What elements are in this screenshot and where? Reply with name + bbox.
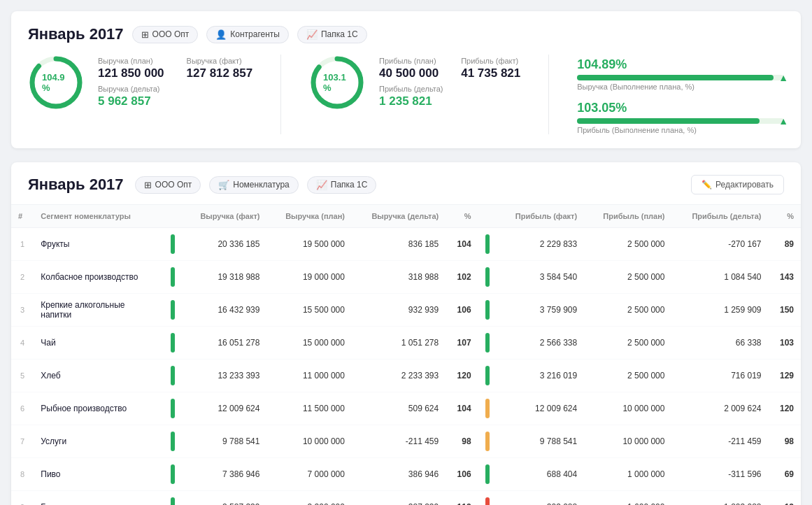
profit-delta-item: Прибыль (дельта) 1 235 821	[379, 85, 520, 108]
row-profit-fact: -203 088	[497, 491, 585, 506]
row-rev-delta: 318 988	[352, 261, 446, 294]
row-name: Бытовая химия	[34, 491, 163, 506]
row-rev-bar	[164, 425, 182, 458]
top-chip-contractors[interactable]: 👤 Контрагенты	[206, 26, 289, 43]
row-rev-pct: 112	[446, 491, 478, 506]
cart-icon: 🛒	[218, 180, 229, 190]
row-profit-fact: 2 229 833	[497, 228, 585, 261]
row-name: Колбасное производство	[34, 261, 163, 294]
row-profit-fact: 3 759 909	[497, 294, 585, 327]
table-body: 1 Фрукты 20 336 185 19 500 000 836 185 1…	[11, 228, 801, 506]
row-profit-pct: 143	[769, 261, 801, 294]
row-profit-bar	[478, 228, 497, 261]
table-row[interactable]: 7 Услуги 9 788 541 10 000 000 -211 459 9…	[11, 425, 801, 458]
row-rev-plan: 11 000 000	[266, 360, 352, 392]
row-rev-fact: 12 009 624	[182, 392, 267, 425]
row-profit-bar	[478, 392, 497, 425]
row-profit-pct: 129	[769, 360, 801, 392]
profit-plan-item: Прибыль (план) 40 500 000	[379, 57, 439, 80]
profit-progress-bar: ▲	[577, 118, 784, 124]
row-profit-delta: -270 167	[671, 228, 768, 261]
profit-progress-label: Прибыль (Выполнение плана, %)	[577, 126, 784, 134]
row-rev-fact: 9 788 541	[182, 425, 267, 458]
row-rev-delta: 932 939	[352, 294, 446, 327]
row-rev-fact: 3 587 339	[182, 491, 267, 506]
row-profit-pct: 150	[769, 294, 801, 327]
revenue-metrics: Выручка (план) 121 850 000 Выручка (факт…	[98, 57, 252, 108]
row-num: 3	[11, 294, 34, 327]
row-num: 5	[11, 360, 34, 392]
table-chip-company[interactable]: ⊞ ООО Опт	[135, 176, 201, 194]
row-rev-delta: -211 459	[352, 425, 446, 458]
row-num: 6	[11, 392, 34, 425]
table-row[interactable]: 4 Чай 16 051 278 15 000 000 1 051 278 10…	[11, 327, 801, 360]
row-name: Пиво	[34, 458, 163, 491]
metrics-row: 104.9 % Выручка (план) 121 850 000 Выруч…	[28, 55, 784, 134]
col-num: #	[11, 205, 34, 228]
row-profit-plan: 2 500 000	[584, 261, 671, 294]
row-num: 4	[11, 327, 34, 360]
col-profit-pct: %	[769, 205, 801, 228]
table-row[interactable]: 3 Крепкие алкогольные напитки 16 432 939…	[11, 294, 801, 327]
segments-table: # Сегмент номенклатуры Выручка (факт) Вы…	[11, 205, 801, 505]
row-rev-bar	[164, 360, 182, 392]
table-row[interactable]: 1 Фрукты 20 336 185 19 500 000 836 185 1…	[11, 228, 801, 261]
profit-progress-item: 103.05% ▲ Прибыль (Выполнение плана, %)	[577, 101, 784, 134]
row-profit-delta: -311 596	[671, 458, 768, 491]
top-chip-folder[interactable]: 📈 Папка 1С	[297, 26, 367, 43]
table-row[interactable]: 5 Хлеб 13 233 393 11 000 000 2 233 393 1…	[11, 360, 801, 392]
row-profit-pct: 120	[769, 392, 801, 425]
row-rev-delta: 2 233 393	[352, 360, 446, 392]
table-row[interactable]: 9 Бытовая химия 3 587 339 3 200 000 387 …	[11, 491, 801, 506]
revenue-progress-bar: ▲	[577, 75, 784, 80]
profit-progress-arrow: ▲	[778, 115, 788, 127]
revenue-fact-item: Выручка (факт) 127 812 857	[187, 57, 253, 80]
row-rev-plan: 19 000 000	[266, 261, 352, 294]
profit-progress-pct: 103.05%	[577, 101, 784, 115]
row-rev-delta: 1 051 278	[352, 327, 446, 360]
edit-button[interactable]: ✏️ Редактировать	[691, 175, 784, 194]
row-rev-pct: 98	[446, 425, 478, 458]
row-profit-plan: 10 000 000	[584, 425, 671, 458]
row-rev-plan: 10 000 000	[266, 425, 352, 458]
top-chip-company[interactable]: ⊞ ООО Опт	[132, 26, 199, 43]
row-rev-pct: 120	[446, 360, 478, 392]
grid-icon-2: ⊞	[144, 180, 152, 190]
row-num: 1	[11, 228, 34, 261]
row-profit-fact: 3 584 540	[497, 261, 585, 294]
row-rev-bar	[164, 294, 182, 327]
row-profit-delta: 2 009 624	[671, 392, 768, 425]
row-rev-plan: 19 500 000	[266, 228, 352, 261]
table-header-row: # Сегмент номенклатуры Выручка (факт) Вы…	[11, 205, 801, 228]
revenue-progress-pct: 104.89%	[577, 57, 784, 72]
row-profit-bar	[478, 294, 497, 327]
table-row[interactable]: 6 Рыбное производство 12 009 624 11 500 …	[11, 392, 801, 425]
top-card-header: Январь 2017 ⊞ ООО Опт 👤 Контрагенты 📈 Па…	[28, 25, 784, 43]
table-row[interactable]: 8 Пиво 7 386 946 7 000 000 386 946 106 6…	[11, 458, 801, 491]
row-profit-pct: 103	[769, 327, 801, 360]
col-segment: Сегмент номенклатуры	[34, 205, 163, 228]
row-num: 9	[11, 491, 34, 506]
table-row[interactable]: 2 Колбасное производство 19 318 988 19 0…	[11, 261, 801, 294]
table-chip-nomenclature[interactable]: 🛒 Номенклатура	[209, 176, 299, 194]
table-card-title: Январь 2017	[28, 176, 124, 194]
revenue-gauge-label: 104.9 %	[42, 72, 70, 93]
row-profit-fact: 2 566 338	[497, 327, 585, 360]
row-profit-delta: 66 338	[671, 327, 768, 360]
table-chip-folder[interactable]: 📈 Папка 1С	[307, 176, 377, 194]
row-rev-delta: 386 946	[352, 458, 446, 491]
profit-plan-fact-row: Прибыль (план) 40 500 000 Прибыль (факт)…	[379, 57, 520, 80]
revenue-plan-fact-row: Выручка (план) 121 850 000 Выручка (факт…	[98, 57, 252, 80]
col-profit-fact: Прибыль (факт)	[497, 205, 585, 228]
row-rev-pct: 104	[446, 228, 478, 261]
top-summary-card: Январь 2017 ⊞ ООО Опт 👤 Контрагенты 📈 Па…	[11, 11, 801, 148]
row-name: Рыбное производство	[34, 392, 163, 425]
row-profit-pct: 98	[769, 425, 801, 458]
row-profit-pct: 69	[769, 458, 801, 491]
row-rev-fact: 16 432 939	[182, 294, 267, 327]
row-name: Услуги	[34, 425, 163, 458]
revenue-delta-item: Выручка (дельта) 5 962 857	[98, 85, 252, 108]
col-bar1	[164, 205, 182, 228]
person-icon: 👤	[215, 29, 227, 40]
row-rev-pct: 107	[446, 327, 478, 360]
